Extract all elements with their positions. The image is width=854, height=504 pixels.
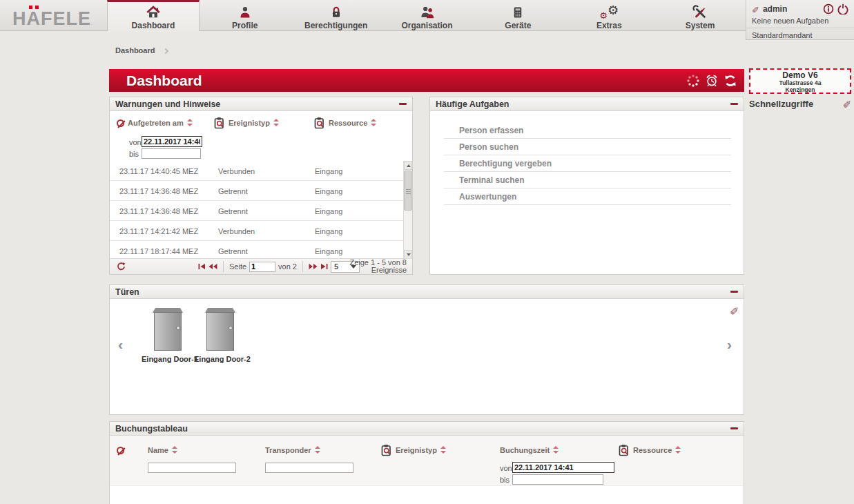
page-title: Dashboard	[109, 72, 202, 89]
refresh-icon[interactable]	[724, 74, 737, 88]
tab-geraete[interactable]: Geräte	[472, 0, 563, 31]
bookings-name-input[interactable]	[148, 463, 236, 473]
carousel-right-icon[interactable]: ›	[727, 338, 732, 351]
vertical-scrollbar[interactable]	[403, 161, 412, 259]
event-type-icon	[380, 444, 392, 456]
bookings-title: Buchungstableau	[115, 424, 188, 434]
sort-icon[interactable]	[315, 446, 320, 454]
minimize-icon[interactable]	[399, 103, 407, 105]
column-resource[interactable]: Ressource	[633, 446, 681, 454]
sort-icon[interactable]	[440, 446, 446, 454]
bookings-bis-input[interactable]	[512, 474, 603, 485]
sort-icon[interactable]	[371, 119, 376, 126]
von-label: von	[129, 138, 142, 146]
page-number-input[interactable]	[249, 262, 275, 272]
task-link-terminal-suchen[interactable]: Terminal suchen	[444, 172, 731, 188]
first-page-icon[interactable]	[198, 263, 206, 270]
clear-filter-icon[interactable]	[117, 447, 124, 454]
sort-icon[interactable]	[172, 446, 177, 454]
logout-power-icon[interactable]	[837, 3, 848, 14]
edit-quick-access-icon[interactable]: ✎	[842, 99, 851, 109]
logo-part: H	[12, 8, 27, 29]
minimize-icon[interactable]	[730, 291, 738, 293]
main-nav: Dashboard Profile Berechtigungen Organis…	[107, 0, 746, 31]
tab-organisation[interactable]: Organisation	[382, 0, 473, 31]
spinner-icon[interactable]	[686, 74, 700, 88]
lock-icon	[329, 5, 343, 20]
minimize-icon[interactable]	[730, 427, 738, 429]
sort-icon[interactable]	[187, 119, 193, 126]
tab-label: System	[686, 21, 715, 30]
table-row[interactable]: 23.11.17 14:36:48 MEZGetrenntEingang	[110, 181, 405, 201]
task-link-person-suchen[interactable]: Person suchen	[444, 139, 731, 155]
sort-icon[interactable]	[273, 119, 279, 126]
task-link-person-erfassen[interactable]: Person erfassen	[444, 122, 731, 139]
resource-icon	[618, 444, 630, 456]
column-occurred[interactable]: Aufgetreten am	[128, 119, 193, 127]
scroll-thumb[interactable]	[404, 171, 412, 211]
door-knob-icon	[176, 326, 180, 330]
demo-city: Kenzingen	[750, 87, 850, 94]
column-transponder[interactable]: Transponder	[265, 446, 320, 454]
table-row[interactable]: 23.11.17 14:36:48 MEZGetrenntEingang	[110, 201, 405, 221]
warnings-von-input[interactable]	[142, 136, 202, 147]
edit-doors-icon[interactable]: ✎	[730, 304, 739, 316]
info-icon[interactable]	[823, 3, 834, 14]
tab-profile[interactable]: Profile	[200, 0, 291, 31]
sort-icon[interactable]	[675, 446, 681, 454]
sort-icon[interactable]	[553, 446, 559, 454]
frequent-tasks-header: Häufige Aufgaben	[430, 97, 744, 111]
door-tile[interactable]: Eingang Door-2	[194, 308, 246, 363]
prev-page-icon[interactable]	[208, 263, 217, 270]
next-page-icon[interactable]	[309, 263, 318, 270]
column-event-type[interactable]: Ereignistyp	[229, 119, 279, 127]
warnings-title: Warnungen und Hinweise	[115, 99, 220, 109]
column-event-type[interactable]: Ereignistyp	[396, 446, 446, 454]
clear-filter-icon[interactable]	[117, 119, 124, 127]
frequent-tasks-title: Häufige Aufgaben	[436, 99, 509, 109]
logo-a-umlaut: A	[27, 8, 41, 30]
alarm-clock-icon[interactable]	[705, 74, 719, 88]
frequent-tasks-panel: Häufige Aufgaben Person erfassen Person …	[429, 97, 744, 275]
tab-label: Berechtigungen	[304, 21, 367, 30]
door-image	[153, 308, 183, 351]
minimize-icon[interactable]	[730, 103, 738, 105]
tab-label: Extras	[596, 21, 622, 30]
column-booking-time[interactable]: Buchungszeit	[500, 446, 559, 454]
breadcrumb-item[interactable]: Dashboard	[115, 46, 155, 55]
home-icon	[146, 5, 161, 20]
table-row[interactable]: 23.11.17 14:21:42 MEZVerbundenEingang	[110, 221, 405, 241]
warnings-bis-input[interactable]	[142, 148, 201, 159]
door-label: Eingang Door-2	[194, 355, 246, 363]
tab-dashboard[interactable]: Dashboard	[107, 0, 200, 31]
pager-status: Zeige 1 - 5 von 8 Ereignisse	[349, 259, 407, 274]
tab-extras[interactable]: ⚙⚙ Extras	[563, 0, 654, 31]
user-box: ✎ admin Keine neuen Aufgaben Standardman…	[746, 0, 854, 40]
demo-client-badge: Demo V6 Tullastrasse 4a Kenzingen	[749, 68, 851, 94]
person-icon	[238, 5, 252, 20]
quick-access-title: Schnellzugriffe	[749, 99, 813, 109]
task-link-auswertungen[interactable]: Auswertungen	[444, 188, 731, 205]
tab-berechtigungen[interactable]: Berechtigungen	[291, 0, 382, 31]
last-page-icon[interactable]	[320, 263, 328, 270]
edit-user-icon[interactable]: ✎	[752, 5, 759, 14]
column-resource[interactable]: Ressource	[329, 119, 376, 127]
table-row[interactable]: 23.11.17 14:40:45 MEZVerbundenEingang	[110, 161, 405, 181]
doors-title: Türen	[115, 287, 139, 297]
tab-system[interactable]: System	[654, 0, 746, 31]
door-knob-icon	[229, 326, 233, 330]
column-name[interactable]: Name	[148, 446, 177, 454]
breadcrumb: Dashboard	[115, 46, 168, 55]
logo-part: FELE	[41, 8, 91, 29]
carousel-left-icon[interactable]: ‹	[118, 338, 123, 351]
bookings-transponder-input[interactable]	[265, 463, 353, 473]
scroll-up-icon[interactable]	[404, 161, 412, 170]
quick-access-header: Schnellzugriffe ✎	[749, 97, 851, 110]
mandant-label[interactable]: Standardmandant	[746, 28, 854, 42]
tasks-status[interactable]: Keine neuen Aufgaben	[746, 16, 854, 28]
bookings-von-input[interactable]	[512, 462, 614, 473]
user-name: admin	[763, 4, 787, 14]
door-tile[interactable]: Eingang Door-1	[142, 308, 194, 363]
reload-icon[interactable]	[117, 262, 126, 271]
task-link-berechtigung-vergeben[interactable]: Berechtigung vergeben	[444, 155, 731, 172]
